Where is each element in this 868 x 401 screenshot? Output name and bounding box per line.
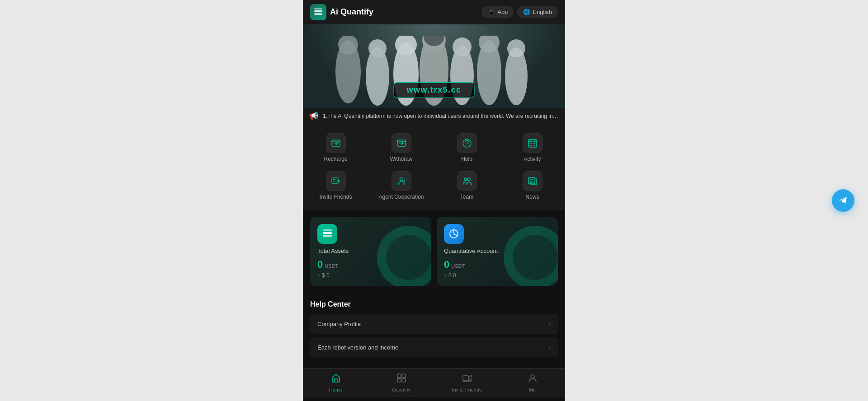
bottom-nav: Home Quantify Invite Friend <box>303 368 565 397</box>
invite-friends-label: Invite Friends <box>319 194 352 200</box>
help-action[interactable]: Help <box>434 129 500 167</box>
nav-quantify-label: Quantify <box>392 387 410 392</box>
svg-point-13 <box>453 37 472 56</box>
quantitative-icon <box>444 224 464 244</box>
svg-rect-33 <box>402 374 406 378</box>
nav-quantify[interactable]: Quantify <box>368 368 434 397</box>
quantify-icon <box>396 373 406 385</box>
svg-rect-32 <box>397 374 401 378</box>
nav-invite-friends-label: Invite Friends <box>452 387 481 392</box>
agent-icon-wrap <box>392 171 411 191</box>
svg-rect-0 <box>314 10 322 12</box>
total-assets-icon <box>317 224 337 244</box>
svg-point-25 <box>464 178 467 181</box>
invite-friends-action[interactable]: Invite Friends <box>303 167 368 205</box>
svg-rect-22 <box>528 140 537 147</box>
robot-income-text: Each robot version and income <box>317 344 398 351</box>
app-icon: 📱 <box>488 9 495 15</box>
nav-me-label: Me <box>529 387 536 392</box>
language-button[interactable]: 🌐 English <box>517 6 558 18</box>
svg-point-26 <box>467 178 470 181</box>
help-item-robot-income[interactable]: Each robot version and income › <box>310 337 558 357</box>
total-assets-card[interactable]: Total Assets 0 USDT ≈ $ 0 <box>310 217 431 286</box>
recharge-label: Recharge <box>324 156 347 162</box>
svg-rect-35 <box>402 378 406 382</box>
globe-icon: 🌐 <box>523 9 530 15</box>
svg-point-4 <box>338 36 358 55</box>
announcement-bar: 📢 1.The Ai Quantify platform is now open… <box>303 108 565 124</box>
activity-label: Activity <box>524 156 541 162</box>
activity-icon-wrap <box>523 133 542 153</box>
help-item-company-profile[interactable]: Company Profile › <box>310 314 558 334</box>
help-label: Help <box>461 156 472 162</box>
team-icon-wrap <box>457 171 477 191</box>
quantitative-unit: USDT <box>451 263 465 269</box>
header-right: 📱 App 🌐 English <box>482 6 558 18</box>
app-button[interactable]: 📱 App <box>482 6 514 18</box>
news-action[interactable]: News <box>500 167 565 205</box>
quantitative-amount: 0 USDT <box>444 259 551 270</box>
withdraw-action[interactable]: Withdraw <box>368 129 434 167</box>
robot-income-arrow: › <box>548 344 551 351</box>
news-label: News <box>525 194 539 200</box>
team-action[interactable]: Team <box>434 167 500 205</box>
announcement-text: 1.The Ai Quantify platform is now open t… <box>323 113 559 119</box>
quantitative-usd: ≈ $ 0 <box>444 272 551 279</box>
help-center-title: Help Center <box>310 300 558 308</box>
recharge-action[interactable]: Recharge <box>303 129 368 167</box>
invite-icon-wrap <box>326 171 346 191</box>
total-assets-unit: USDT <box>325 263 338 269</box>
svg-rect-29 <box>323 235 332 237</box>
actions-grid: Recharge Withdraw Help <box>303 124 565 210</box>
activity-action[interactable]: Activity <box>500 129 565 167</box>
svg-rect-34 <box>397 378 401 382</box>
company-profile-text: Company Profile <box>317 321 361 327</box>
svg-rect-27 <box>528 177 535 184</box>
total-assets-amount: 0 USDT <box>317 259 424 270</box>
me-icon <box>528 373 538 385</box>
header: Ai Quantify 📱 App 🌐 English <box>303 0 565 24</box>
total-assets-number: 0 <box>317 259 323 270</box>
announcement-icon: 📢 <box>309 112 318 120</box>
nav-me[interactable]: Me <box>500 368 565 397</box>
agent-cooperation-action[interactable]: Agent Cooperation <box>368 167 434 205</box>
svg-point-17 <box>507 39 525 57</box>
app-container: Ai Quantify 📱 App 🌐 English <box>303 0 565 401</box>
quantitative-number: 0 <box>444 259 449 270</box>
svg-point-37 <box>531 375 534 378</box>
quantitative-account-title: Quantitative Account <box>444 247 551 254</box>
quantitative-account-card[interactable]: Quantitative Account 0 USDT ≈ $ 0 <box>437 217 558 286</box>
nav-invite-friends[interactable]: Invite Friends <box>434 368 500 397</box>
recharge-icon-wrap <box>326 133 346 153</box>
svg-rect-1 <box>314 13 322 15</box>
svg-rect-30 <box>323 229 332 231</box>
total-assets-usd: ≈ $ 0 <box>317 272 424 279</box>
nav-home[interactable]: Home <box>303 368 368 397</box>
telegram-button[interactable] <box>832 189 854 212</box>
svg-point-21 <box>467 145 467 146</box>
app-title: Ai Quantify <box>330 7 373 17</box>
team-label: Team <box>460 194 473 200</box>
svg-point-24 <box>400 178 403 181</box>
svg-rect-36 <box>463 376 468 381</box>
banner-url-badge: www.trx5.cc <box>394 82 475 98</box>
svg-rect-23 <box>332 178 338 183</box>
home-icon <box>331 373 341 385</box>
nav-home-label: Home <box>329 387 342 392</box>
logo-icon <box>310 4 326 20</box>
banner: www.trx5.cc <box>303 24 565 108</box>
svg-rect-28 <box>323 232 332 234</box>
nav-invite-icon <box>462 373 472 385</box>
help-icon-wrap <box>457 133 477 153</box>
svg-rect-2 <box>314 8 322 9</box>
news-icon-wrap <box>523 171 542 191</box>
header-left: Ai Quantify <box>310 4 373 20</box>
company-profile-arrow: › <box>548 320 551 327</box>
withdraw-icon-wrap <box>392 133 411 153</box>
agent-cooperation-label: Agent Cooperation <box>378 194 424 200</box>
assets-section: Total Assets 0 USDT ≈ $ 0 Quantitative A… <box>303 210 565 293</box>
total-assets-title: Total Assets <box>317 247 424 254</box>
help-center-section: Help Center Company Profile › Each robot… <box>303 293 565 368</box>
withdraw-label: Withdraw <box>390 156 412 162</box>
svg-point-6 <box>368 39 387 57</box>
